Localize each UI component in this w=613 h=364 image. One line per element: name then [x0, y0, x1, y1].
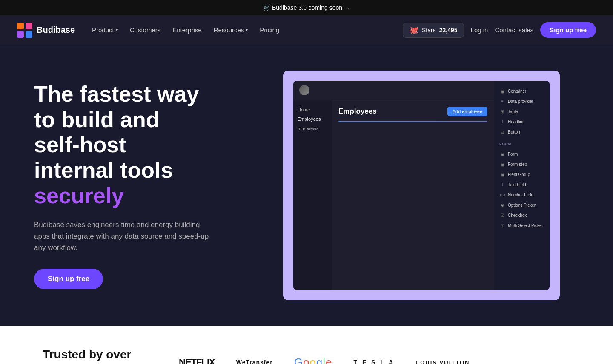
panel-item-multi-select[interactable]: ☑ Multi-Select Picker	[498, 220, 546, 230]
data-provider-icon: ≡	[499, 98, 505, 104]
panel-item-container[interactable]: ▣ Container	[498, 86, 546, 96]
app-sidebar-nav: Home Employees Interviews	[293, 100, 332, 290]
logo-area[interactable]: Budibase	[17, 23, 75, 38]
app-page-title: Employees	[338, 107, 377, 116]
app-logo	[299, 85, 309, 95]
nav-resources[interactable]: Resources ▾	[214, 26, 248, 34]
hero-right: Home Employees Interviews Employees Add …	[264, 71, 579, 300]
top-banner: 🛒 Budibase 3.0 coming soon →	[0, 0, 613, 15]
logo-text: Budibase	[37, 25, 75, 35]
text-field-icon: T	[499, 182, 505, 188]
svg-rect-3	[26, 31, 32, 38]
trusted-section: Trusted by over 100,000 teams NETFLIX We…	[0, 326, 613, 364]
hero-left: The fastest way to build and self-host i…	[34, 82, 238, 290]
app-nav-interviews[interactable]: Interviews	[298, 124, 327, 133]
hero-cta-button[interactable]: Sign up free	[34, 269, 103, 289]
container-icon: ▣	[499, 88, 505, 94]
svg-rect-0	[17, 23, 24, 29]
form-icon: ▣	[499, 151, 505, 157]
panel-item-number-field[interactable]: 123 Number Field	[498, 190, 546, 200]
checkbox-icon: ☑	[499, 212, 505, 218]
svg-rect-2	[17, 31, 24, 38]
panel-item-data-provider[interactable]: ≡ Data provider	[498, 96, 546, 106]
nav-right: 🐙 Stars 22,495 Log in Contact sales Sign…	[403, 22, 596, 38]
hero-section: The fastest way to build and self-host i…	[0, 45, 613, 326]
app-header	[293, 81, 494, 100]
nav-links: Product ▾ Customers Enterprise Resources…	[92, 26, 403, 34]
panel-item-text-field[interactable]: T Text Field	[498, 179, 546, 190]
github-icon: 🐙	[409, 26, 418, 35]
github-stars-button[interactable]: 🐙 Stars 22,495	[403, 23, 464, 38]
banner-text: 🛒 Budibase 3.0 coming soon →	[263, 4, 350, 11]
app-table-divider	[338, 121, 487, 122]
number-field-icon: 123	[499, 192, 505, 198]
louis-vuitton-logo: LOUIS VUITTON	[416, 359, 470, 364]
signup-button[interactable]: Sign up free	[540, 22, 596, 38]
stars-label: Stars	[422, 27, 436, 34]
hero-accent-word: securely	[34, 183, 124, 208]
panel-item-headline[interactable]: T Headline	[498, 117, 546, 127]
app-main-content: Employees Add employee	[332, 100, 494, 290]
nav-customers[interactable]: Customers	[130, 26, 161, 34]
field-group-icon: ▣	[499, 171, 505, 177]
svg-rect-1	[26, 23, 32, 29]
tesla-logo: T E S L A	[354, 359, 395, 364]
app-mockup: Home Employees Interviews Employees Add …	[283, 71, 560, 300]
multi-select-icon: ☑	[499, 222, 505, 228]
hero-heading: The fastest way to build and self-host i…	[34, 82, 238, 209]
trusted-text: Trusted by over 100,000 teams	[43, 347, 145, 364]
chevron-down-icon: ▾	[116, 28, 118, 32]
nav-enterprise[interactable]: Enterprise	[172, 26, 201, 34]
app-body: Home Employees Interviews Employees Add …	[293, 100, 494, 290]
panel-item-form[interactable]: ▣ Form	[498, 149, 546, 159]
trusted-logos: NETFLIX WeTransfer Google T E S L A LOUI…	[179, 356, 570, 364]
contact-sales-button[interactable]: Contact sales	[495, 26, 533, 34]
app-nav-employees[interactable]: Employees	[298, 114, 327, 124]
panel-item-field-group[interactable]: ▣ Field Group	[498, 169, 546, 179]
chevron-down-icon: ▾	[246, 28, 248, 32]
headline-icon: T	[499, 119, 505, 125]
component-panel: ▣ Container ≡ Data provider ⊞ Table T He…	[494, 81, 550, 290]
form-step-icon: ▣	[499, 161, 505, 167]
budibase-logo-icon	[17, 23, 32, 38]
add-employee-button[interactable]: Add employee	[447, 107, 487, 116]
navbar: Budibase Product ▾ Customers Enterprise …	[0, 15, 613, 45]
wetransfer-logo: WeTransfer	[236, 359, 273, 364]
form-section-label: FORM	[499, 142, 546, 146]
panel-item-button[interactable]: ⊟ Button	[498, 127, 546, 137]
hero-description: Budibase saves engineers time and energy…	[34, 219, 213, 254]
options-picker-icon: ◉	[499, 202, 505, 208]
mockup-main-area: Home Employees Interviews Employees Add …	[293, 81, 494, 290]
panel-item-options-picker[interactable]: ◉ Options Picker	[498, 200, 546, 210]
table-icon: ⊞	[499, 108, 505, 114]
button-icon: ⊟	[499, 129, 505, 135]
nav-pricing[interactable]: Pricing	[260, 26, 279, 34]
nav-product[interactable]: Product ▾	[92, 26, 118, 34]
app-nav-home[interactable]: Home	[298, 105, 327, 114]
panel-item-form-step[interactable]: ▣ Form step	[498, 159, 546, 169]
netflix-logo: NETFLIX	[179, 357, 215, 364]
panel-item-table[interactable]: ⊞ Table	[498, 106, 546, 117]
app-content-header: Employees Add employee	[338, 107, 487, 116]
stars-count: 22,495	[439, 27, 458, 34]
google-logo: Google	[294, 356, 332, 364]
login-button[interactable]: Log in	[471, 26, 488, 34]
panel-item-checkbox[interactable]: ☑ Checkbox	[498, 210, 546, 220]
